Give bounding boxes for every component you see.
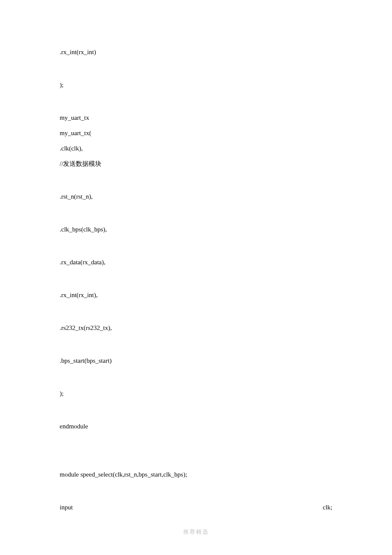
code-line: .clk_bps(clk_bps), bbox=[60, 226, 332, 233]
code-comment: //发送数据模块 bbox=[60, 161, 332, 167]
code-line: .rx_int(rx_int) bbox=[60, 49, 332, 55]
code-line: .rs232_tx(rs232_tx), bbox=[60, 325, 332, 331]
document-page: .rx_int(rx_int) ); my_uart_tx my_uart_tx… bbox=[0, 0, 392, 555]
code-line: .rst_n(rst_n), bbox=[60, 194, 332, 200]
page-footer: 推荐精选 bbox=[0, 528, 392, 536]
code-input-decl: input clk; bbox=[60, 504, 332, 511]
code-module-decl: module speed_select(clk,rst_n,bps_start,… bbox=[60, 471, 332, 478]
code-line: ); bbox=[60, 390, 332, 397]
code-line: ); bbox=[60, 82, 332, 88]
code-identifier: clk; bbox=[323, 504, 333, 511]
code-keyword-endmodule: endmodule bbox=[60, 423, 332, 430]
code-line: my_uart_tx bbox=[60, 115, 332, 121]
code-line: .clk(clk), bbox=[60, 145, 332, 152]
code-line: my_uart_tx( bbox=[60, 130, 332, 136]
code-line: .rx_int(rx_int), bbox=[60, 292, 332, 298]
code-line: .bps_start(bps_start) bbox=[60, 358, 332, 364]
code-line: .rx_data(rx_data), bbox=[60, 259, 332, 266]
code-keyword-input: input bbox=[60, 504, 73, 511]
